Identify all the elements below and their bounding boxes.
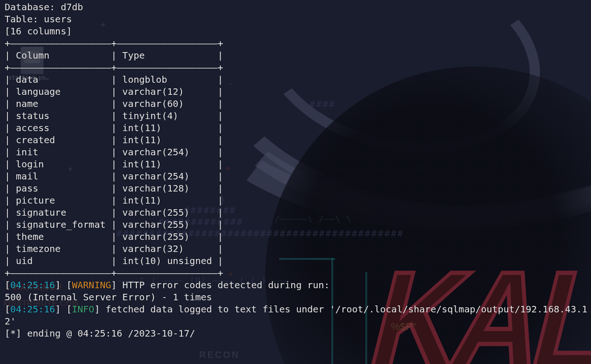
terminal-line: | Column | Type |: [5, 49, 591, 61]
log-timestamp: 04:25:16: [10, 304, 55, 315]
terminal-line: | signature | varchar(255) |: [5, 206, 591, 218]
terminal-line: | timezone | varchar(32) |: [5, 243, 591, 255]
terminal-line: Database: d7db: [5, 1, 591, 13]
terminal-line: 500 (Internal Server Error) - 1 times: [5, 291, 591, 303]
log-level-warning: WARNING: [72, 279, 111, 291]
terminal-line: [04:25:16] [WARNING] HTTP error codes de…: [5, 279, 591, 291]
terminal-line: | signature_format | varchar(255) |: [5, 218, 591, 231]
terminal-line: | init | varchar(254) |: [5, 146, 591, 158]
log-timestamp: 04:25:16: [10, 279, 55, 291]
terminal-line: | theme | varchar(255) |: [5, 231, 591, 243]
terminal-line: | name | varchar(60) |: [5, 98, 591, 110]
wallpaper-recon-label: RECON: [199, 350, 240, 360]
terminal-line: | picture | int(11) |: [5, 194, 591, 206]
terminal-line: [04:25:16] [INFO] fetched data logged to…: [5, 303, 591, 315]
terminal-line: | language | varchar(12) |: [5, 86, 591, 98]
terminal-output[interactable]: Database: d7dbTable: users[16 columns]+—…: [0, 0, 591, 339]
terminal-line: | access | int(11) |: [5, 122, 591, 134]
terminal-line: | data | longblob |: [5, 73, 591, 86]
log-level-info: INFO: [72, 304, 94, 315]
terminal-line: | uid | int(10) unsigned |: [5, 255, 591, 267]
terminal-line: | mail | varchar(254) |: [5, 170, 591, 182]
terminal-line: +——————————————————+——————————————————+: [5, 267, 591, 279]
terminal-line: | created | int(11) |: [5, 134, 591, 146]
terminal-line: | pass | varchar(128) |: [5, 182, 591, 194]
terminal-line: Table: users: [5, 13, 591, 25]
terminal-line: [16 columns]: [5, 25, 591, 37]
terminal-line: [*] ending @ 04:25:16 /2023-10-17/: [5, 327, 591, 339]
terminal-line: | login | int(11) |: [5, 158, 591, 170]
terminal-line: 2': [5, 315, 591, 327]
terminal-line: +——————————————————+——————————————————+: [5, 37, 591, 49]
terminal-line: +——————————————————+——————————————————+: [5, 61, 591, 73]
terminal-line: | status | tinyint(4) |: [5, 110, 591, 122]
